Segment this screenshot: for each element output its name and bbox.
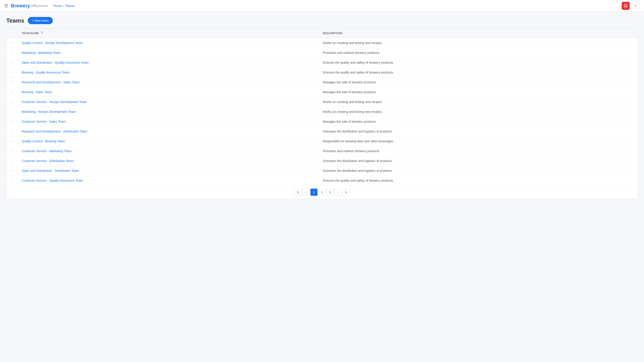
row-menu-icon[interactable]: ⋮ [10, 70, 14, 74]
table-row: ⋮Sales and Distribution - Quality Assura… [6, 58, 638, 67]
team-name-link[interactable]: Brewing - Sales Team [22, 90, 52, 94]
row-menu-icon[interactable]: ⋮ [10, 60, 14, 64]
filter-icon[interactable] [41, 31, 44, 35]
last-page-button[interactable]: |⟩ [342, 189, 350, 196]
team-description-cell: Manages the sale of brewery products. [319, 117, 638, 126]
team-name-link[interactable]: Quality Control - Recipe Development Tea… [22, 41, 83, 45]
team-description-cell: Promotes and markets brewery products. [319, 146, 638, 156]
team-name-link[interactable]: Brewing - Quality Assurance Team [22, 71, 70, 74]
team-name-link[interactable]: Customer Service - Recipe Development Te… [22, 100, 87, 104]
table-row: ⋮Brewing - Sales TeamManages the sale of… [6, 87, 638, 97]
table-row: ⋮Marketing - Marketing TeamPromotes and … [6, 48, 638, 58]
row-menu-icon[interactable]: ⋮ [10, 159, 14, 163]
row-menu-icon[interactable]: ⋮ [10, 80, 14, 84]
team-name-cell: Customer Service - Quality Assurance Tea… [18, 176, 319, 185]
team-name-cell: Customer Service - Recipe Development Te… [18, 97, 319, 107]
table-row: ⋮Customer Service - Marketing TeamPromot… [6, 146, 638, 156]
page-button-2[interactable]: 2 [318, 189, 326, 196]
row-menu-cell: ⋮ [6, 146, 18, 156]
row-menu-icon[interactable]: ⋮ [10, 41, 14, 45]
table-row: ⋮Brewing - Quality Assurance TeamEnsures… [6, 67, 638, 77]
table-row: ⋮Customer Service - Sales TeamManages th… [6, 117, 638, 126]
page-button-3[interactable]: 3 [326, 189, 334, 196]
app-brand: Brewery [11, 3, 30, 9]
team-name-link[interactable]: Research and Development - Distribution … [22, 130, 88, 133]
team-name-cell: Marketing - Recipe Development Team [18, 107, 319, 117]
bell-icon [624, 4, 628, 8]
team-description-cell: Manages the sale of brewery products. [319, 87, 638, 97]
row-menu-icon[interactable]: ⋮ [10, 178, 14, 183]
team-description-cell: Oversees the distribution and logistics … [319, 156, 638, 166]
row-menu-icon[interactable]: ⋮ [10, 149, 14, 153]
notification-button[interactable] [622, 2, 630, 10]
row-menu-cell: ⋮ [6, 166, 18, 176]
row-menu-cell: ⋮ [6, 67, 18, 77]
row-menu-icon[interactable]: ⋮ [10, 139, 14, 143]
row-menu-cell: ⋮ [6, 126, 18, 136]
team-description-cell: Manages the sale of brewery products. [319, 77, 638, 87]
team-name-link[interactable]: Customer Service - Sales Team [22, 120, 66, 123]
team-name-cell: Research and Development - Sales Team [18, 77, 319, 87]
row-menu-cell: ⋮ [6, 136, 18, 146]
row-menu-icon[interactable]: ⋮ [10, 168, 14, 173]
app-suite: OfficeSeries [31, 4, 48, 7]
row-menu-icon[interactable]: ⋮ [10, 50, 14, 55]
teams-table: Team Name Description ⋮Quality Control -… [6, 29, 638, 199]
table-row: ⋮Research and Development - Sales TeamMa… [6, 77, 638, 87]
row-menu-cell: ⋮ [6, 38, 18, 48]
table-row: ⋮Customer Service - Quality Assurance Te… [6, 176, 638, 185]
pagination-row: ⟨|‹123›|⟩ [6, 185, 638, 199]
hamburger-menu-icon[interactable]: ☰ [4, 3, 8, 8]
team-name-cell: Marketing - Marketing Team [18, 48, 319, 58]
next-page-button[interactable]: › [334, 189, 342, 196]
col-header-team-name: Team Name [18, 29, 319, 38]
page-button-1[interactable]: 1 [310, 189, 318, 196]
new-team-button[interactable]: + New team [28, 17, 52, 24]
col-header-description: Description [319, 29, 638, 38]
row-menu-icon[interactable]: ⋮ [10, 109, 14, 114]
pagination: ⟨|‹123›|⟩ [294, 189, 350, 196]
team-name-link[interactable]: Marketing - Recipe Development Team [22, 110, 76, 113]
row-menu-cell: ⋮ [6, 58, 18, 67]
row-menu-cell: ⋮ [6, 156, 18, 166]
team-name-cell: Sales and Distribution - Distribution Te… [18, 166, 319, 176]
team-description-cell: Ensures the quality and safety of brewer… [319, 67, 638, 77]
table-row: ⋮Research and Development - Distribution… [6, 126, 638, 136]
table-row: ⋮Sales and Distribution - Distribution T… [6, 166, 638, 176]
team-name-link[interactable]: Sales and Distribution - Quality Assuran… [22, 61, 88, 64]
team-name-link[interactable]: Customer Service - Distribution Team [22, 159, 74, 163]
navbar: ☰ Brewery OfficeSeries Home » Teams [0, 0, 644, 12]
team-name-link[interactable]: Sales and Distribution - Distribution Te… [22, 169, 79, 173]
team-description-cell: Works on creating and testing new recipe… [319, 107, 638, 117]
table-row: ⋮Quality Control - Recipe Development Te… [6, 38, 638, 48]
page-content: Teams + New team Team Name [0, 12, 644, 204]
breadcrumb-home[interactable]: Home [54, 4, 62, 7]
row-menu-icon[interactable]: ⋮ [10, 90, 14, 94]
team-description-cell: Works on creating and testing new recipe… [319, 38, 638, 48]
table-row: ⋮Quality Control - Brewing TeamResponsib… [6, 136, 638, 146]
table-header: Team Name Description [6, 29, 638, 38]
row-menu-icon[interactable]: ⋮ [10, 100, 14, 104]
prev-page-button[interactable]: ‹ [302, 189, 310, 196]
first-page-button[interactable]: ⟨| [294, 189, 302, 196]
team-name-link[interactable]: Quality Control - Brewing Team [22, 139, 65, 143]
team-description-cell: Ensures the quality and safety of brewer… [319, 58, 638, 67]
team-name-link[interactable]: Marketing - Marketing Team [22, 51, 60, 54]
col-header-menu [6, 29, 18, 38]
table-row: ⋮Customer Service - Distribution TeamOve… [6, 156, 638, 166]
team-description-cell: Oversees the distribution and logistics … [319, 126, 638, 136]
team-name-link[interactable]: Customer Service - Quality Assurance Tea… [22, 179, 83, 182]
teams-table-container: Team Name Description ⋮Quality Control -… [6, 28, 638, 199]
team-name-cell: Brewing - Quality Assurance Team [18, 67, 319, 77]
team-description-cell: Ensures the quality and safety of brewer… [319, 176, 638, 185]
row-menu-icon[interactable]: ⋮ [10, 119, 14, 124]
row-menu-icon[interactable]: ⋮ [10, 129, 14, 133]
row-menu-cell: ⋮ [6, 107, 18, 117]
team-name-link[interactable]: Customer Service - Marketing Team [22, 149, 72, 153]
user-dropdown-button[interactable] [632, 3, 640, 9]
team-name-cell: Customer Service - Marketing Team [18, 146, 319, 156]
team-name-link[interactable]: Research and Development - Sales Team [22, 80, 80, 84]
breadcrumb: Home » Teams [54, 4, 74, 7]
team-name-cell: Quality Control - Brewing Team [18, 136, 319, 146]
svg-marker-0 [41, 32, 44, 34]
